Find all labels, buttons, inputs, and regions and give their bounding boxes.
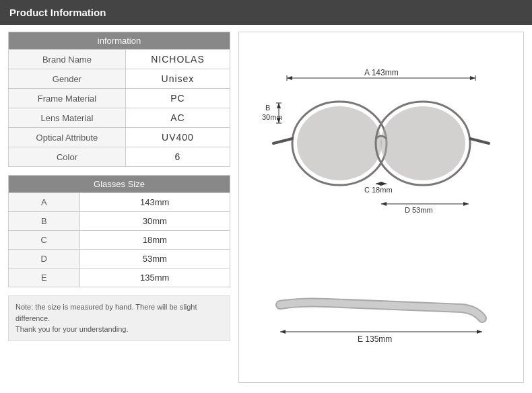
main-content: information Brand NameNICHOLASGenderUnis… [0,25,532,390]
size-label: D [9,250,80,269]
info-label: Brand Name [9,50,126,69]
table-row: C18mm [9,231,230,250]
size-label: A [9,193,80,212]
note-line2: Thank you for your understanding. [15,324,223,335]
note-line1: Note: the size is measured by hand. Ther… [15,301,223,324]
size-label: B [9,212,80,231]
right-panel: A 143mm B 30mm [238,32,524,383]
svg-marker-29 [477,330,482,334]
info-value: UV400 [125,128,230,147]
svg-text:30mm: 30mm [262,113,283,121]
svg-text:B: B [265,104,270,112]
svg-text:E  135mm: E 135mm [358,334,392,344]
table-row: E135mm [9,269,230,287]
info-label: Frame Material [9,89,126,108]
svg-marker-24 [381,202,387,206]
size-value: 135mm [79,269,230,287]
size-value: 30mm [79,212,230,231]
size-value: 18mm [79,231,230,250]
info-value: PC [125,89,230,108]
svg-text:D  53mm: D 53mm [405,206,433,214]
glasses-front-svg: A 143mm B 30mm [260,66,502,227]
svg-point-14 [297,106,382,180]
info-label: Color [9,147,126,167]
svg-line-17 [273,139,292,143]
info-label: Gender [9,69,126,89]
page-header: Product Information [0,0,532,25]
svg-text:C  18mm: C 18mm [364,186,393,194]
table-row: Color6 [9,147,230,167]
svg-marker-28 [280,330,286,334]
info-value: Unisex [125,69,230,89]
size-table-header: Glasses Size [9,176,230,193]
svg-marker-9 [277,103,281,108]
svg-marker-25 [463,202,469,206]
svg-marker-3 [287,76,292,80]
info-label: Lens Material [9,108,126,128]
table-row: D53mm [9,250,230,269]
svg-marker-4 [470,76,475,80]
size-label: C [9,231,80,250]
svg-point-16 [380,106,465,180]
table-row: Lens MaterialAC [9,108,230,128]
size-value: 143mm [79,193,230,212]
table-row: Brand NameNICHOLAS [9,50,230,69]
info-table: information Brand NameNICHOLASGenderUnis… [8,32,230,167]
table-row: A143mm [9,193,230,212]
info-label: Optical Attribute [9,128,126,147]
size-value: 53mm [79,250,230,269]
table-row: Frame MaterialPC [9,89,230,108]
svg-text:A  143mm: A 143mm [364,68,399,77]
note-box: Note: the size is measured by hand. Ther… [8,295,230,341]
info-value: AC [125,108,230,128]
svg-line-18 [470,139,489,143]
info-value: NICHOLAS [125,50,230,69]
glasses-top-diagram: A 143mm B 30mm [253,66,510,227]
table-row: B30mm [9,212,230,231]
info-table-header: information [9,32,230,50]
left-panel: information Brand NameNICHOLASGenderUnis… [8,32,230,383]
table-row: Optical AttributeUV400 [9,128,230,147]
size-table: Glasses Size A143mmB30mmC18mmD53mmE135mm [8,175,230,287]
size-label: E [9,269,80,287]
table-row: GenderUnisex [9,69,230,89]
glasses-arm-diagram: E 135mm [253,281,510,349]
info-value: 6 [125,147,230,167]
page-title: Product Information [9,7,106,18]
glasses-arm-svg: E 135mm [260,281,502,349]
